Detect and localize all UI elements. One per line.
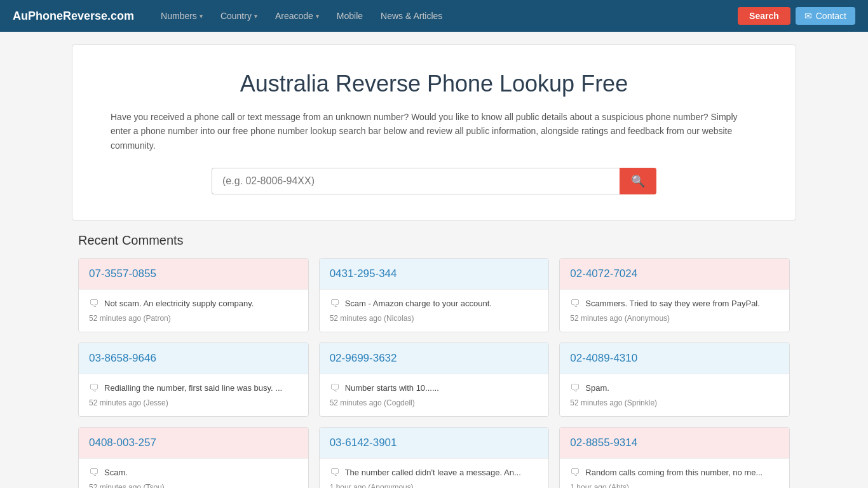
dropdown-caret: ▾ <box>254 13 257 20</box>
comment-card: 02-4089-4310 🗨 Spam. 52 minutes ago (Spr… <box>559 342 790 417</box>
comment-line: 🗨 The number called didn't leave a messa… <box>330 468 539 478</box>
card-header: 02-4072-7024 <box>560 259 789 290</box>
comment-card: 0431-295-344 🗨 Scam - Amazon charge to y… <box>319 258 550 332</box>
card-body: 🗨 Not scam. An electricity supply compan… <box>79 290 308 332</box>
search-icon: 🔍 <box>631 175 645 187</box>
card-header: 07-3557-0855 <box>79 259 308 290</box>
comment-line: 🗨 Number starts with 10...... <box>330 383 539 393</box>
comment-line: 🗨 Not scam. An electricity supply compan… <box>89 299 298 309</box>
comment-timestamp: 1 hour ago (Anonymous) <box>330 483 539 488</box>
comment-card: 07-3557-0855 🗨 Not scam. An electricity … <box>78 258 309 332</box>
hero-title: Australia Reverse Phone Lookup Free <box>111 71 757 97</box>
comment-bubble-icon: 🗨 <box>89 299 99 309</box>
nav-item-news[interactable]: News & Articles <box>373 7 450 25</box>
search-bar: 🔍 <box>212 168 656 194</box>
card-body: 🗨 Redialling the number, first said line… <box>79 374 308 416</box>
comment-text: Scammers. Tried to say they were from Pa… <box>585 299 760 308</box>
comment-text: Number starts with 10...... <box>345 383 439 393</box>
phone-number-link[interactable]: 0408-003-257 <box>89 437 156 449</box>
comment-bubble-icon: 🗨 <box>570 299 580 309</box>
comment-bubble-icon: 🗨 <box>89 468 99 478</box>
phone-number-link[interactable]: 03-6142-3901 <box>330 437 397 449</box>
comment-timestamp: 52 minutes ago (Anonymous) <box>570 314 779 323</box>
hero-description: Have you received a phone call or text m… <box>111 110 757 152</box>
comment-line: 🗨 Scammers. Tried to say they were from … <box>570 299 779 309</box>
comment-line: 🗨 Scam. <box>89 468 298 478</box>
comment-bubble-icon: 🗨 <box>570 468 580 478</box>
contact-button[interactable]: ✉ Contact <box>796 7 855 25</box>
phone-number-link[interactable]: 02-4072-7024 <box>570 268 637 280</box>
comment-text: Not scam. An electricity supply company. <box>104 299 254 308</box>
comment-card: 0408-003-257 🗨 Scam. 52 minutes ago (Tso… <box>78 427 309 488</box>
card-header: 02-8855-9314 <box>560 428 789 459</box>
phone-search-input[interactable] <box>212 168 620 194</box>
comment-line: 🗨 Redialling the number, first said line… <box>89 383 298 393</box>
card-header: 03-8658-9646 <box>79 343 308 374</box>
section-title: Recent Comments <box>78 233 790 248</box>
search-submit-button[interactable]: 🔍 <box>620 168 656 194</box>
comment-text: The number called didn't leave a message… <box>345 468 521 477</box>
comment-bubble-icon: 🗨 <box>330 468 340 478</box>
comment-line: 🗨 Scam - Amazon charge to your account. <box>330 299 539 309</box>
card-body: 🗨 Random calls coming from this number, … <box>560 459 789 488</box>
comment-bubble-icon: 🗨 <box>89 383 99 393</box>
phone-number-link[interactable]: 02-4089-4310 <box>570 352 637 364</box>
navbar: AuPhoneReverse.com Numbers ▾ Country ▾ A… <box>0 0 868 32</box>
comment-timestamp: 1 hour ago (Abts) <box>570 483 779 488</box>
phone-number-link[interactable]: 0431-295-344 <box>330 268 397 280</box>
nav-item-numbers[interactable]: Numbers ▾ <box>153 7 210 25</box>
comment-text: Spam. <box>585 383 609 393</box>
brand-logo[interactable]: AuPhoneReverse.com <box>13 10 134 23</box>
nav-links: Numbers ▾ Country ▾ Areacode ▾ Mobile Ne… <box>153 7 738 25</box>
comment-timestamp: 52 minutes ago (Tsou) <box>89 483 298 488</box>
nav-item-areacode[interactable]: Areacode ▾ <box>268 7 327 25</box>
comment-text: Random calls coming from this number, no… <box>585 468 763 477</box>
comment-bubble-icon: 🗨 <box>330 383 340 393</box>
comment-card: 02-9699-3632 🗨 Number starts with 10....… <box>319 342 550 417</box>
phone-number-link[interactable]: 07-3557-0855 <box>89 268 156 280</box>
comment-bubble-icon: 🗨 <box>570 383 580 393</box>
comment-line: 🗨 Spam. <box>570 383 779 393</box>
card-header: 03-6142-3901 <box>320 428 549 459</box>
hero-section: Australia Reverse Phone Lookup Free Have… <box>72 44 796 220</box>
comment-card: 03-6142-3901 🗨 The number called didn't … <box>319 427 550 488</box>
dropdown-caret: ▾ <box>316 13 319 20</box>
card-header: 0431-295-344 <box>320 259 549 290</box>
card-body: 🗨 Scam - Amazon charge to your account. … <box>320 290 549 332</box>
comment-bubble-icon: 🗨 <box>330 299 340 309</box>
comment-text: Scam - Amazon charge to your account. <box>345 299 492 308</box>
card-header: 02-4089-4310 <box>560 343 789 374</box>
phone-number-link[interactable]: 02-9699-3632 <box>330 352 397 364</box>
phone-number-link[interactable]: 03-8658-9646 <box>89 352 156 364</box>
comment-text: Scam. <box>104 468 128 477</box>
comment-text: Redialling the number, first said line w… <box>104 383 282 393</box>
comment-timestamp: 52 minutes ago (Sprinkle) <box>570 398 779 407</box>
nav-item-mobile[interactable]: Mobile <box>329 7 370 25</box>
comment-card: 02-8855-9314 🗨 Random calls coming from … <box>559 427 790 488</box>
comment-timestamp: 52 minutes ago (Patron) <box>89 314 298 323</box>
navbar-right: Search ✉ Contact <box>738 7 855 25</box>
comment-line: 🗨 Random calls coming from this number, … <box>570 468 779 478</box>
envelope-icon: ✉ <box>804 11 812 21</box>
card-body: 🗨 Scam. 52 minutes ago (Tsou) <box>79 459 308 488</box>
card-header: 02-9699-3632 <box>320 343 549 374</box>
recent-comments-section: Recent Comments 07-3557-0855 🗨 Not scam.… <box>72 233 796 488</box>
card-body: 🗨 Spam. 52 minutes ago (Sprinkle) <box>560 374 789 416</box>
comment-timestamp: 52 minutes ago (Cogdell) <box>330 398 539 407</box>
dropdown-caret: ▾ <box>200 13 203 20</box>
card-header: 0408-003-257 <box>79 428 308 459</box>
card-body: 🗨 The number called didn't leave a messa… <box>320 459 549 488</box>
card-body: 🗨 Number starts with 10...... 52 minutes… <box>320 374 549 416</box>
comment-card: 02-4072-7024 🗨 Scammers. Tried to say th… <box>559 258 790 332</box>
search-nav-button[interactable]: Search <box>738 7 790 25</box>
cards-grid: 07-3557-0855 🗨 Not scam. An electricity … <box>78 258 790 488</box>
nav-item-country[interactable]: Country ▾ <box>213 7 265 25</box>
card-body: 🗨 Scammers. Tried to say they were from … <box>560 290 789 332</box>
comment-card: 03-8658-9646 🗨 Redialling the number, fi… <box>78 342 309 417</box>
comment-timestamp: 52 minutes ago (Jesse) <box>89 398 298 407</box>
phone-number-link[interactable]: 02-8855-9314 <box>570 437 637 449</box>
comment-timestamp: 52 minutes ago (Nicolas) <box>330 314 539 323</box>
